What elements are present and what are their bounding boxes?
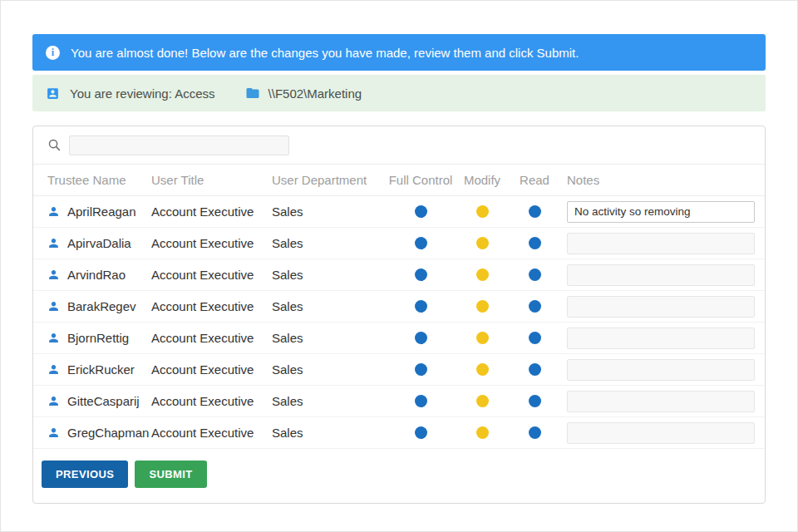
trustee-name: ArvindRao	[67, 268, 126, 282]
user-department: Sales	[272, 236, 386, 250]
note-input[interactable]	[567, 201, 755, 223]
info-banner: i You are almost done! Below are the cha…	[32, 34, 766, 71]
page: i You are almost done! Below are the cha…	[0, 0, 798, 532]
user-department: Sales	[272, 299, 386, 313]
table-row: BarakRegev Account Executive Sales	[33, 291, 765, 323]
modify-dot[interactable]	[476, 363, 489, 376]
col-notes: Notes	[560, 173, 755, 187]
modify-dot[interactable]	[476, 300, 489, 313]
full-control-dot[interactable]	[415, 426, 427, 439]
submit-button[interactable]: SUBMIT	[135, 461, 206, 488]
read-dot[interactable]	[529, 332, 541, 344]
user-badge-icon	[46, 86, 60, 101]
table-row: ArvindRao Account Executive Sales	[33, 259, 765, 291]
modify-dot[interactable]	[476, 332, 489, 344]
modify-dot[interactable]	[476, 395, 489, 407]
user-department: Sales	[272, 204, 386, 219]
modify-dot[interactable]	[476, 205, 489, 218]
modify-dot[interactable]	[476, 426, 489, 439]
user-title: Account Executive	[151, 299, 272, 313]
read-dot[interactable]	[529, 237, 541, 249]
user-department: Sales	[272, 331, 386, 345]
note-input[interactable]	[567, 391, 755, 412]
table-row: ApirvaDalia Account Executive Sales	[33, 228, 765, 259]
note-input[interactable]	[567, 296, 755, 318]
col-read: Read	[509, 173, 560, 187]
note-input[interactable]	[567, 359, 755, 381]
full-control-dot[interactable]	[415, 268, 427, 281]
review-path: \\F502\Marketing	[268, 86, 362, 101]
note-input[interactable]	[567, 264, 755, 286]
button-row: PREVIOUS SUBMIT	[33, 449, 765, 498]
review-label: You are reviewing: Access	[70, 86, 215, 101]
person-icon	[47, 395, 60, 407]
user-department: Sales	[272, 394, 386, 408]
user-department: Sales	[272, 426, 386, 440]
previous-button[interactable]: PREVIOUS	[42, 461, 128, 488]
person-icon	[47, 300, 60, 313]
read-dot[interactable]	[529, 268, 541, 281]
trustee-name: ErickRucker	[67, 362, 135, 377]
person-icon	[47, 363, 60, 376]
table-body: AprilReagan Account Executive Sales Apir…	[33, 196, 765, 449]
table-header: Trustee Name User Title User Department …	[33, 165, 765, 196]
review-card: Trustee Name User Title User Department …	[32, 126, 766, 504]
read-dot[interactable]	[529, 363, 541, 376]
read-dot[interactable]	[529, 395, 541, 407]
person-icon	[47, 205, 60, 218]
search-input[interactable]	[69, 135, 289, 155]
modify-dot[interactable]	[476, 268, 489, 281]
table-row: BjornRettig Account Executive Sales	[33, 323, 765, 354]
user-title: Account Executive	[151, 362, 272, 377]
col-trustee-name: Trustee Name	[47, 173, 151, 187]
note-input[interactable]	[567, 328, 755, 349]
user-title: Account Executive	[151, 426, 272, 440]
read-dot[interactable]	[529, 426, 541, 439]
user-department: Sales	[272, 268, 386, 282]
read-dot[interactable]	[529, 205, 541, 218]
full-control-dot[interactable]	[415, 237, 427, 249]
table-row: AprilReagan Account Executive Sales	[33, 196, 765, 228]
trustee-name: GregChapman	[67, 426, 149, 440]
user-title: Account Executive	[151, 394, 272, 408]
note-input[interactable]	[567, 233, 755, 254]
trustee-name: BjornRettig	[67, 331, 129, 345]
trustee-name: ApirvaDalia	[67, 236, 131, 250]
full-control-dot[interactable]	[415, 395, 427, 407]
trustee-name: GitteCasparij	[67, 394, 140, 408]
table-row: ErickRucker Account Executive Sales	[33, 354, 765, 386]
user-title: Account Executive	[151, 331, 272, 345]
review-bar: You are reviewing: Access \\F502\Marketi…	[32, 75, 766, 111]
trustee-name: BarakRegev	[67, 299, 136, 313]
banner-text: You are almost done! Below are the chang…	[71, 46, 579, 60]
person-icon	[47, 332, 60, 344]
full-control-dot[interactable]	[415, 300, 427, 313]
col-full-control: Full Control	[386, 173, 456, 187]
search-icon	[47, 138, 62, 152]
col-modify: Modify	[456, 173, 509, 187]
search-row	[33, 126, 765, 165]
person-icon	[47, 268, 60, 281]
info-icon: i	[46, 46, 60, 60]
read-dot[interactable]	[529, 300, 541, 313]
person-icon	[47, 426, 60, 439]
col-user-department: User Department	[272, 173, 386, 187]
modify-dot[interactable]	[476, 237, 489, 249]
user-department: Sales	[272, 362, 386, 377]
user-title: Account Executive	[151, 236, 272, 250]
full-control-dot[interactable]	[415, 205, 427, 218]
user-title: Account Executive	[151, 268, 272, 282]
trustee-name: AprilReagan	[67, 204, 136, 219]
table-row: GregChapman Account Executive Sales	[33, 417, 765, 449]
folder-icon	[245, 86, 260, 101]
full-control-dot[interactable]	[415, 363, 427, 376]
table-row: GitteCasparij Account Executive Sales	[33, 386, 765, 417]
full-control-dot[interactable]	[415, 332, 427, 344]
person-icon	[47, 237, 60, 249]
user-title: Account Executive	[151, 204, 272, 219]
note-input[interactable]	[567, 422, 755, 444]
col-user-title: User Title	[151, 173, 272, 187]
